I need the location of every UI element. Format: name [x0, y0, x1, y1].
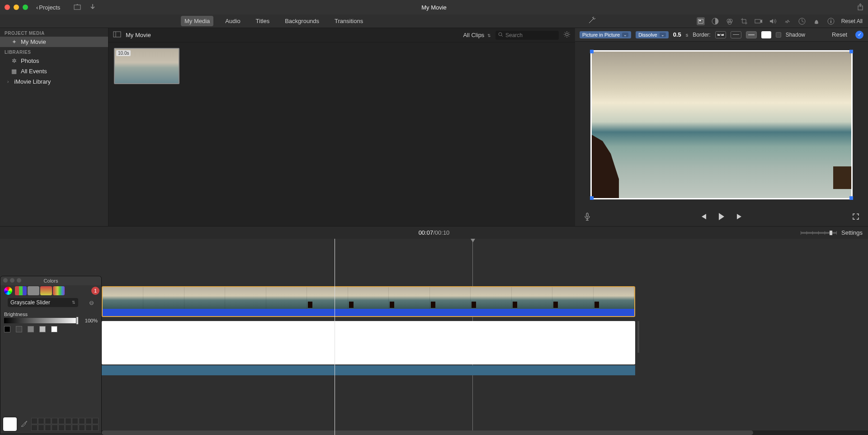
svg-point-17: [566, 33, 568, 36]
border-color-swatch[interactable]: [761, 31, 771, 38]
action-menu-icon[interactable]: ⊖: [85, 299, 98, 306]
current-color-swatch[interactable]: [3, 417, 17, 431]
timeline-audio-main[interactable]: [102, 365, 635, 375]
sidebar-library-label: iMovie Library: [14, 78, 51, 85]
playhead[interactable]: [335, 239, 335, 435]
panel-minimize-button[interactable]: [10, 278, 14, 283]
stabilization-icon[interactable]: [755, 17, 763, 25]
sidebar-item-imovie-library[interactable]: › iMovie Library: [0, 76, 108, 87]
eyedropper-icon[interactable]: [20, 420, 28, 429]
transition-dropdown[interactable]: Dissolve ⌄: [636, 31, 669, 38]
zoom-slider-thumb[interactable]: [830, 231, 832, 235]
play-button[interactable]: [718, 213, 725, 222]
swatch-white[interactable]: [51, 326, 57, 332]
transition-label: Dissolve: [638, 32, 657, 38]
color-sliders-tab[interactable]: [15, 286, 27, 295]
clip-edge-handle[interactable]: [637, 321, 639, 353]
border-label: Border:: [693, 32, 710, 38]
pip-reset-button[interactable]: Reset: [832, 31, 847, 38]
apply-checkmark-button[interactable]: ✓: [855, 31, 863, 39]
panel-close-button[interactable]: [3, 278, 8, 283]
search-input[interactable]: Search: [495, 31, 559, 40]
tab-my-media[interactable]: My Media: [181, 16, 213, 26]
border-thin-option[interactable]: [731, 31, 741, 38]
overlay-mode-dropdown[interactable]: Picture in Picture ⌄: [580, 31, 631, 38]
resize-handle-tr[interactable]: [849, 50, 853, 53]
next-frame-button[interactable]: [736, 213, 743, 221]
panel-zoom-button[interactable]: [17, 278, 21, 283]
scrollbar-thumb[interactable]: [102, 430, 753, 435]
timeline[interactable]: Colors 1 Grayscale Slider ⇅ ⊖ Brightness…: [0, 239, 868, 435]
speed-icon[interactable]: [798, 17, 806, 25]
timeline-scrollbar[interactable]: [102, 430, 868, 435]
slider-mode-dropdown[interactable]: Grayscale Slider ⇅: [8, 298, 78, 307]
color-palettes-tab[interactable]: [28, 286, 39, 295]
tab-transitions[interactable]: Transitions: [331, 16, 367, 26]
info-icon[interactable]: [827, 17, 835, 25]
star-icon: ✦: [11, 39, 17, 45]
close-window-button[interactable]: [5, 5, 10, 10]
sidebar-item-my-movie[interactable]: ✦ My Movie: [0, 37, 108, 47]
sidebar-item-all-events[interactable]: ▦ All Events: [0, 66, 108, 76]
add-palette-badge[interactable]: 1: [91, 287, 99, 295]
swatch-light-gray[interactable]: [39, 326, 46, 332]
search-icon: [498, 32, 503, 38]
settings-button[interactable]: Settings: [841, 229, 863, 236]
swatch-dark-gray[interactable]: [16, 326, 22, 332]
back-to-projects-button[interactable]: ‹ Projects: [36, 4, 60, 11]
resize-handle-bl[interactable]: [590, 196, 594, 200]
zoom-window-button[interactable]: [23, 5, 28, 10]
gear-icon[interactable]: [563, 31, 571, 39]
saved-colors-grid[interactable]: [31, 418, 99, 431]
timeline-clip-overlay[interactable]: [102, 286, 635, 317]
sidebar-toggle-icon[interactable]: [113, 31, 121, 39]
border-none-option[interactable]: [715, 31, 726, 38]
color-balance-icon[interactable]: [711, 17, 719, 25]
zoom-slider[interactable]: [801, 232, 837, 234]
sidebar-item-photos[interactable]: ✲ Photos: [0, 56, 108, 66]
resize-handle-tl[interactable]: [590, 50, 594, 53]
reset-all-button[interactable]: Reset All: [841, 18, 863, 24]
clip-filter-icon[interactable]: [812, 17, 821, 25]
noise-reduction-icon[interactable]: [783, 17, 792, 25]
timeline-clip-main[interactable]: [102, 321, 635, 364]
download-arrow-icon[interactable]: [90, 4, 95, 11]
microphone-icon[interactable]: [584, 213, 590, 222]
chevron-right-icon: ›: [7, 79, 9, 84]
tab-titles[interactable]: Titles: [252, 16, 274, 26]
volume-icon[interactable]: [769, 17, 777, 25]
fullscreen-icon[interactable]: [853, 213, 859, 221]
previous-frame-button[interactable]: [700, 213, 707, 221]
timeline-time-display: 00:07 / 00:10 Settings: [0, 226, 868, 239]
clips-filter-dropdown[interactable]: All Clips ⇅: [463, 32, 491, 38]
tab-backgrounds[interactable]: Backgrounds: [281, 16, 323, 26]
tab-audio[interactable]: Audio: [222, 16, 244, 26]
clip-audio-track[interactable]: [103, 309, 634, 317]
color-correction-icon[interactable]: [726, 17, 734, 25]
current-time: 00:07: [419, 229, 434, 236]
border-thick-option[interactable]: [746, 31, 757, 38]
resize-handle-br[interactable]: [849, 196, 853, 200]
colors-panel-title: Colors: [0, 276, 101, 285]
marker-triangle[interactable]: [471, 239, 475, 242]
swatch-gray[interactable]: [28, 326, 34, 332]
shadow-checkbox[interactable]: [776, 32, 781, 38]
crop-icon[interactable]: [740, 17, 748, 25]
sidebar-all-events-label: All Events: [21, 68, 47, 75]
brightness-slider-thumb[interactable]: [76, 317, 79, 325]
pencils-tab[interactable]: [53, 286, 65, 295]
color-wheel-tab[interactable]: [4, 287, 12, 295]
magic-wand-icon[interactable]: [588, 16, 596, 26]
preview-frame[interactable]: [590, 50, 853, 199]
flower-icon: ✲: [11, 58, 17, 64]
image-palettes-tab[interactable]: [40, 286, 52, 295]
video-overlay-icon[interactable]: [697, 17, 705, 25]
import-media-icon[interactable]: [74, 4, 81, 11]
share-icon[interactable]: [857, 3, 863, 12]
swatch-black[interactable]: [4, 326, 10, 332]
minimize-window-button[interactable]: [14, 5, 19, 10]
brightness-slider[interactable]: [4, 318, 79, 323]
window-title: My Movie: [421, 4, 447, 11]
transition-duration-value[interactable]: 0.5: [673, 31, 681, 38]
media-clip-thumbnail[interactable]: 10.0s: [114, 48, 179, 84]
